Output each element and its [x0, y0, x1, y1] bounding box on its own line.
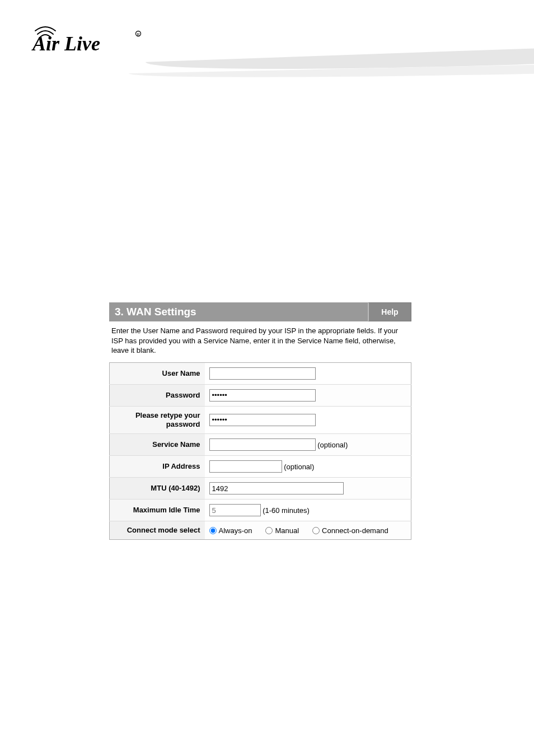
wan-settings-panel: 3. WAN Settings Help Enter the User Name… [109, 302, 411, 540]
header-swoosh [146, 48, 534, 101]
input-idle-time[interactable] [209, 504, 261, 516]
row-username: User Name [110, 362, 411, 384]
radio-always-on[interactable]: Always-on [209, 526, 252, 535]
row-idle-time: Maximum Idle Time (1-60 minutes) [110, 500, 411, 521]
input-ip-address[interactable] [209, 460, 282, 473]
label-username: User Name [110, 362, 205, 384]
radio-label-always-on: Always-on [219, 526, 252, 535]
label-password-retype: Please retype your password [110, 406, 205, 434]
svg-text:Air Live: Air Live [31, 32, 100, 55]
label-idle-time: Maximum Idle Time [110, 500, 205, 521]
brand-logo: Air Live R [31, 20, 148, 58]
input-mtu[interactable] [209, 482, 344, 494]
label-service-name: Service Name [110, 434, 205, 456]
input-username[interactable] [209, 367, 316, 380]
hint-service-name: (optional) [317, 441, 348, 449]
radio-label-manual: Manual [275, 526, 299, 535]
row-mtu: MTU (40-1492) [110, 478, 411, 500]
radio-input-always-on[interactable] [209, 527, 217, 534]
help-button[interactable]: Help [368, 302, 411, 321]
row-password-retype: Please retype your password [110, 406, 411, 434]
input-password-retype[interactable] [209, 414, 316, 426]
radio-input-connect-on-demand[interactable] [312, 527, 320, 534]
radio-label-connect-on-demand: Connect-on-demand [322, 526, 388, 535]
svg-text:R: R [137, 32, 140, 36]
label-ip-address: IP Address [110, 456, 205, 478]
page-header: Air Live R [0, 0, 534, 101]
row-connect-mode: Connect mode select Always-on Manual Con… [110, 521, 411, 540]
connect-mode-group: Always-on Manual Connect-on-demand [209, 526, 407, 535]
input-service-name[interactable] [209, 438, 316, 451]
radio-input-manual[interactable] [265, 527, 273, 534]
label-password: Password [110, 384, 205, 406]
label-mtu: MTU (40-1492) [110, 478, 205, 500]
radio-connect-on-demand[interactable]: Connect-on-demand [312, 526, 388, 535]
settings-form: User Name Password Please retype your pa… [109, 362, 411, 540]
row-password: Password [110, 384, 411, 406]
hint-ip-address: (optional) [284, 463, 314, 471]
row-service-name: Service Name (optional) [110, 434, 411, 456]
radio-manual[interactable]: Manual [265, 526, 299, 535]
input-password[interactable] [209, 389, 316, 402]
row-ip-address: IP Address (optional) [110, 456, 411, 478]
panel-title: 3. WAN Settings [109, 302, 368, 321]
label-connect-mode: Connect mode select [110, 521, 205, 540]
hint-idle-time: (1-60 minutes) [263, 506, 310, 515]
panel-description: Enter the User Name and Password require… [109, 321, 411, 362]
